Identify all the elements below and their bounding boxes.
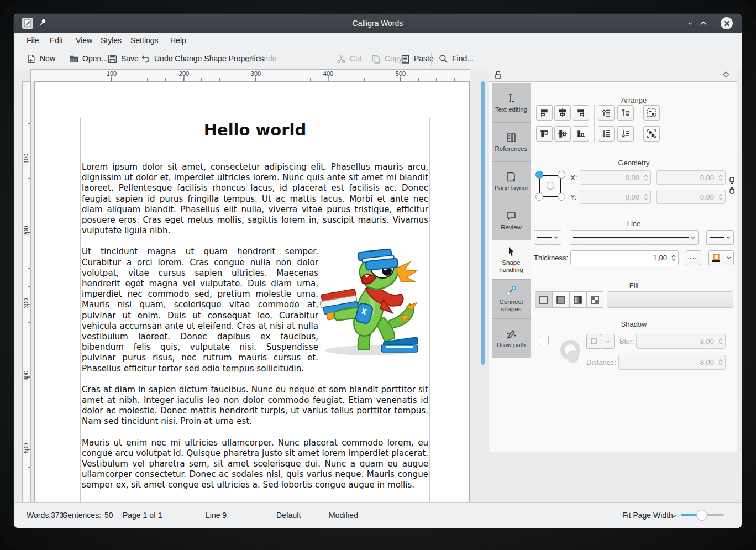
distance-label: Distance: [586, 358, 616, 366]
tab-draw-path[interactable]: Draw path [492, 319, 531, 358]
style-indicator[interactable]: Default [276, 511, 301, 520]
document-heading[interactable]: Hello world [81, 121, 429, 139]
toolbar-separator [314, 53, 314, 65]
find-button[interactable]: Find... [437, 50, 476, 67]
menu-help[interactable]: Help [170, 33, 186, 48]
text-frame[interactable]: Hello world Lorem ipsum dolor sit amet, … [80, 118, 430, 503]
shadow-enable-checkbox[interactable] [539, 336, 549, 345]
bring-to-front-button[interactable] [598, 105, 615, 121]
line-options-more-button[interactable]: ... [686, 250, 701, 265]
shadow-angle-knob[interactable] [567, 350, 579, 363]
align-center-horizontal-button[interactable] [554, 105, 571, 121]
paragraph[interactable]: Mauris ut enim nec mi ultricies ullamcor… [82, 438, 428, 491]
lock-icon[interactable] [494, 71, 502, 80]
tab-label: Draw path [497, 342, 526, 349]
tab-page-layout[interactable]: Page layout [492, 162, 531, 201]
fill-none-button[interactable] [535, 291, 552, 308]
line-join-style-button[interactable] [708, 250, 734, 265]
line-start-marker-select[interactable] [534, 230, 561, 245]
menu-view[interactable]: View [76, 33, 92, 48]
tab-label: Shape handling [492, 259, 531, 274]
close-button[interactable] [721, 17, 733, 29]
maximize-button[interactable] [699, 18, 708, 28]
raise-shape-button[interactable] [617, 105, 634, 121]
align-left-button[interactable] [536, 105, 553, 121]
fill-pattern-button[interactable] [586, 291, 603, 308]
distance-spinbox[interactable]: 8,00 [618, 355, 726, 370]
paste-button[interactable]: Paste [398, 50, 436, 67]
blur-spinbox[interactable]: 8,00 [636, 334, 726, 349]
thickness-label: Thickness: [534, 254, 568, 262]
ruler-margin-marker[interactable] [451, 70, 452, 81]
save-button[interactable]: Save [106, 50, 141, 67]
blur-label: Blur: [620, 337, 634, 345]
anchor-bottom-right[interactable] [558, 193, 565, 201]
x-position-spinbox[interactable]: 0,00 [580, 170, 651, 185]
group-shapes-button[interactable] [643, 105, 660, 121]
keep-aspect-ratio-icon[interactable] [729, 187, 735, 194]
vertical-ruler[interactable]: 100 200 300 400 500 [22, 81, 31, 503]
copy-icon [371, 54, 381, 64]
modified-indicator: Modified [329, 511, 358, 520]
keep-aspect-ratio-icon[interactable] [729, 177, 735, 184]
ruler-margin-marker[interactable] [23, 198, 30, 198]
konqi-mascot-image[interactable] [318, 247, 428, 361]
anchor-position-widget[interactable] [536, 171, 565, 201]
paragraph[interactable]: Cras at diam in sapien dictum faucibus. … [82, 385, 428, 427]
tool-options-docker-header[interactable] [489, 69, 737, 81]
tab-text-editing[interactable]: Text editing [492, 83, 531, 123]
menu-edit[interactable]: Edit [50, 33, 63, 48]
anchor-bottom-left[interactable] [536, 193, 543, 201]
tab-shape-handling[interactable]: Shape handling [492, 240, 531, 280]
align-center-vertical-button[interactable] [554, 126, 571, 142]
y-position-spinbox[interactable]: 0,00 [580, 190, 651, 204]
ungroup-shapes-button[interactable] [643, 126, 660, 142]
minimize-button[interactable] [685, 18, 695, 28]
cut-button[interactable]: Cut [334, 50, 364, 67]
align-top-button[interactable] [536, 126, 553, 142]
align-bottom-button[interactable] [573, 126, 589, 142]
shadow-color-button[interactable] [586, 334, 601, 349]
arrow-cursor-icon [506, 246, 517, 257]
line-end-marker-select[interactable] [706, 230, 734, 245]
menu-settings[interactable]: Settings [130, 33, 159, 48]
width-spinbox[interactable]: 0,00 [656, 170, 726, 185]
horizontal-ruler[interactable]: 100 200 300 400 500 [30, 69, 470, 81]
menu-file[interactable]: File [27, 33, 39, 48]
arrange-separator [639, 105, 639, 142]
section-divider [585, 315, 684, 315]
page-indicator[interactable]: Page 1 of 1 [123, 511, 162, 520]
tab-connect-shapes[interactable]: Connect shapes [492, 280, 531, 319]
tool-tabs: Text editing References Page layout [492, 83, 531, 358]
anchor-top-right[interactable] [558, 171, 565, 179]
titlebar[interactable]: Calligra Words [14, 14, 742, 33]
vertical-scrollbar[interactable] [481, 81, 485, 365]
open-button[interactable]: Open... [67, 50, 110, 67]
height-spinbox[interactable]: 0,00 [656, 190, 726, 204]
tab-review[interactable]: Review [492, 201, 531, 240]
inline-image-wrap[interactable] [318, 247, 428, 361]
tab-references[interactable]: References [492, 123, 531, 162]
new-button[interactable]: New [24, 50, 57, 67]
fill-gradient-button[interactable] [569, 291, 586, 308]
menu-styles[interactable]: Styles [101, 33, 122, 48]
anchor-top-left[interactable] [536, 171, 543, 179]
fill-color-bar[interactable] [607, 291, 733, 308]
align-right-button[interactable] [573, 105, 589, 121]
redo-button[interactable]: Redo [243, 50, 279, 67]
zoom-slider-knob[interactable] [696, 510, 707, 521]
fill-solid-button[interactable] [552, 291, 569, 308]
thickness-spinbox[interactable]: 1,00 [570, 250, 679, 265]
paragraph[interactable]: Lorem ipsum dolor sit amet, consectetur … [82, 162, 428, 236]
zoom-mode-select[interactable]: Fit Page Width [622, 511, 673, 520]
lower-shape-button[interactable] [617, 126, 634, 142]
anchor-center[interactable] [547, 182, 554, 190]
send-to-back-button[interactable] [598, 126, 615, 142]
chevron-down-icon[interactable] [671, 514, 677, 518]
line-style-select[interactable] [570, 230, 699, 245]
paragraph[interactable]: Ut tincidunt magna ut quam hendrerit sem… [82, 247, 428, 374]
zoom-slider[interactable] [681, 514, 724, 516]
document-page[interactable]: Hello world Lorem ipsum dolor sit amet, … [34, 81, 470, 503]
float-docker-icon[interactable] [723, 71, 729, 78]
shadow-color-dropdown[interactable] [601, 334, 615, 349]
